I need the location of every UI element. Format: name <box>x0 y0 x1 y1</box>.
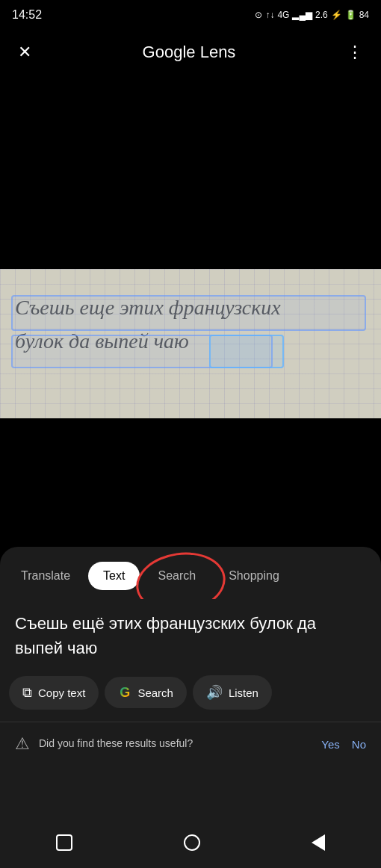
nav-home-button[interactable] <box>178 828 206 857</box>
camera-view: Съешь еще этих французских булок да выпе… <box>0 75 381 508</box>
detected-text: Съешь ещё этих французских булок да выпе… <box>0 599 381 669</box>
google-icon: G <box>118 686 131 699</box>
feedback-row: ⚠ Did you find these results useful? Yes… <box>0 722 381 766</box>
square-icon <box>56 834 72 851</box>
listen-button[interactable]: 🔊 Listen <box>193 675 272 710</box>
feedback-icon: ⚠ <box>15 734 30 754</box>
nav-recents-button[interactable] <box>50 828 78 857</box>
action-buttons-row: ⧉ Copy text G Search 🔊 Listen <box>0 669 381 716</box>
search-label: Search <box>137 686 173 699</box>
status-time: 14:52 <box>12 8 42 22</box>
tab-text[interactable]: Text <box>88 562 140 590</box>
search-button[interactable]: G Search <box>105 677 187 708</box>
more-icon: ⋮ <box>347 43 363 62</box>
tab-search[interactable]: Search <box>143 562 211 590</box>
speed-icon: 2.6 <box>315 10 328 20</box>
feedback-no-button[interactable]: No <box>352 738 366 751</box>
copy-text-label: Copy text <box>38 686 85 699</box>
notebook-image: Съешь еще этих французских булок да выпе… <box>0 269 381 418</box>
nav-back-button[interactable] <box>306 828 331 857</box>
app-title: Google Lens <box>143 43 236 62</box>
nav-bar <box>0 823 381 868</box>
battery-level: 84 <box>359 10 369 20</box>
tabs-row: Translate Text Search Shopping <box>0 547 381 599</box>
network-icon: 4G <box>277 10 289 20</box>
tab-translate[interactable]: Translate <box>6 562 85 590</box>
close-icon: ✕ <box>18 43 31 62</box>
text-selection-line1 <box>11 295 366 331</box>
top-bar: ✕ Google Lens ⋮ <box>0 30 381 75</box>
bottom-panel: Translate Text Search Shopping Съешь ещё… <box>0 547 381 868</box>
nfc-icon: ⊙ <box>255 10 262 20</box>
copy-text-button[interactable]: ⧉ Copy text <box>9 676 99 710</box>
signal-icon: ↑↓ <box>265 10 274 20</box>
feedback-buttons: Yes No <box>321 738 366 751</box>
wifi-bars-icon: ▂▄▆ <box>292 10 312 20</box>
status-icons: ⊙ ↑↓ 4G ▂▄▆ 2.6 ⚡ 🔋 84 <box>255 10 369 20</box>
text-selection-word <box>209 335 284 368</box>
listen-label: Listen <box>229 686 258 699</box>
tab-shopping[interactable]: Shopping <box>214 562 294 590</box>
back-icon <box>312 834 325 851</box>
charging-icon: ⚡ <box>331 10 342 20</box>
battery-icon: 🔋 <box>345 10 356 20</box>
feedback-yes-button[interactable]: Yes <box>321 738 339 751</box>
status-bar: 14:52 ⊙ ↑↓ 4G ▂▄▆ 2.6 ⚡ 🔋 84 <box>0 0 381 30</box>
close-button[interactable]: ✕ <box>12 37 37 68</box>
feedback-question: Did you find these results useful? <box>39 737 312 751</box>
copy-icon: ⧉ <box>22 685 32 701</box>
circle-icon <box>184 834 200 851</box>
more-options-button[interactable]: ⋮ <box>341 37 369 68</box>
speaker-icon: 🔊 <box>206 684 223 701</box>
